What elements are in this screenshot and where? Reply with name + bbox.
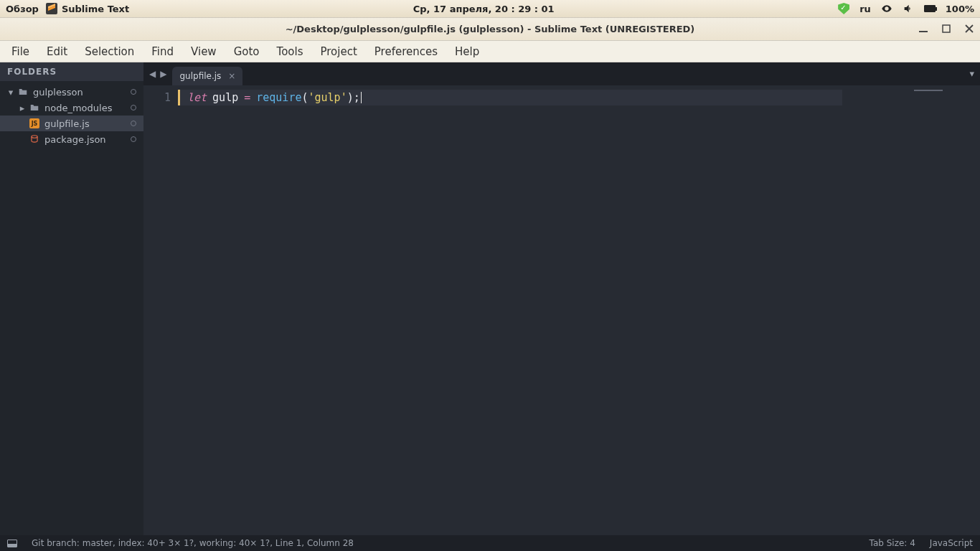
menu-help[interactable]: Help [449,42,485,61]
window-close-button[interactable] [963,22,976,35]
sidebar: FOLDERS ▾ gulplesson ▸ node_modules [0,62,143,535]
window-maximize-button[interactable] [940,22,953,35]
tree-root-label: gulplesson [33,87,83,98]
folder-tree: ▾ gulplesson ▸ node_modules JS gulpfile.… [0,81,143,150]
tree-item-label: gulpfile.js [44,118,90,129]
token-string: 'gulp' [308,91,347,104]
menu-goto[interactable]: Goto [228,42,265,61]
editor-area: ◀ ▶ gulpfile.js × ▾ 1 let gulp = require… [143,62,980,535]
token-paren: ) [347,91,354,104]
menu-edit[interactable]: Edit [41,42,73,61]
battery-percent: 100% [946,4,974,14]
folder-icon [17,86,29,98]
gutter: 1 [143,85,178,535]
chevron-right-icon: ▸ [19,103,26,113]
menu-view[interactable]: View [185,42,222,61]
panel-toggle-icon[interactable] [7,540,17,547]
folder-icon [29,102,40,113]
taskbar-app-label: Sublime Text [62,4,129,14]
tree-item-label: package.json [44,134,106,145]
js-file-icon: JS [29,118,40,129]
svg-rect-2 [943,25,950,32]
volume-icon[interactable] [903,3,914,14]
tab-history-back[interactable]: ◀ [148,67,157,80]
token-function: require [256,91,301,104]
tree-root[interactable]: ▾ gulplesson [0,84,143,100]
token-punct: ; [354,91,360,104]
menu-preferences[interactable]: Preferences [369,42,443,61]
svg-rect-1 [919,31,928,32]
modified-indicator-icon [131,105,136,110]
window-minimize-button[interactable] [917,22,930,35]
chevron-down-icon: ▾ [7,87,14,98]
menubar: File Edit Selection Find View Goto Tools… [0,41,980,62]
tree-item-package-json[interactable]: package.json [0,131,143,147]
json-file-icon [29,133,40,145]
keyboard-layout[interactable]: ru [859,4,871,14]
menu-file[interactable]: File [6,42,35,61]
text-cursor [361,92,362,103]
tab-label: gulpfile.js [179,71,221,81]
battery-icon[interactable] [924,3,936,14]
status-git[interactable]: Git branch: master, index: 40+ 3× 1?, wo… [32,538,354,548]
menu-project[interactable]: Project [314,42,362,61]
visibility-icon[interactable] [881,3,892,14]
window-titlebar: ~/Desktop/gulplesson/gulpfile.js (gulple… [0,18,980,41]
tab-gulpfile[interactable]: gulpfile.js × [172,67,242,85]
tree-item-gulpfile[interactable]: JS gulpfile.js [0,116,143,131]
shield-icon[interactable] [838,3,849,14]
panel-datetime[interactable]: Ср, 17 апреля, 20 : 29 : 01 [413,4,555,14]
token-operator: = [244,91,250,104]
overview-button[interactable]: Обзор [6,4,39,14]
modified-indicator-icon [131,121,136,126]
token-identifier: gulp [212,91,238,104]
menu-selection[interactable]: Selection [79,42,140,61]
modified-indicator-icon [131,136,136,142]
tree-item-node-modules[interactable]: ▸ node_modules [0,100,143,116]
tab-overflow-button[interactable]: ▾ [969,68,974,79]
status-bar: Git branch: master, index: 40+ 3× 1?, wo… [0,535,980,551]
tree-item-label: node_modules [44,103,112,113]
modified-indicator-icon [131,89,136,95]
menu-tools[interactable]: Tools [271,42,309,61]
token-keyword: let [187,91,207,104]
code-line: let gulp = require('gulp'); [178,90,842,105]
status-syntax[interactable]: JavaScript [930,538,973,548]
os-panel: Обзор Sublime Text Ср, 17 апреля, 20 : 2… [0,0,980,18]
tab-bar: ◀ ▶ gulpfile.js × ▾ [143,62,980,85]
tab-history-forward[interactable]: ▶ [159,67,168,80]
window-title: ~/Desktop/gulplesson/gulpfile.js (gulple… [286,24,695,34]
svg-point-3 [32,136,37,138]
status-tab-size[interactable]: Tab Size: 4 [870,538,915,548]
minimap-line [914,90,943,91]
taskbar-app[interactable]: Sublime Text [46,3,129,14]
code-area[interactable]: let gulp = require('gulp'); [178,85,911,535]
menu-find[interactable]: Find [146,42,179,61]
minimap[interactable] [911,85,980,535]
sublime-icon [46,3,57,14]
line-number: 1 [143,90,171,105]
token-paren: ( [301,91,308,104]
tab-close-button[interactable]: × [228,71,235,81]
sidebar-header: FOLDERS [0,62,143,81]
